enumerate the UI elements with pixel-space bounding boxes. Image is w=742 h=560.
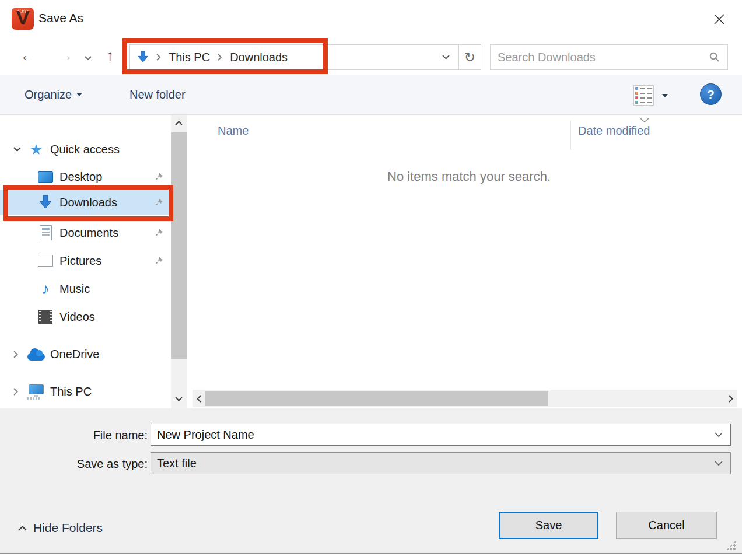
chevron-down-icon[interactable] (714, 432, 723, 438)
file-name-input[interactable] (151, 428, 714, 442)
hide-folders-label: Hide Folders (33, 521, 103, 535)
forward-button[interactable]: → (57, 48, 73, 64)
star-icon: ★ (30, 142, 43, 157)
question-mark-icon: ? (707, 88, 715, 102)
command-toolbar: Organize New folder (0, 75, 742, 115)
breadcrumb: This PC Downloads (130, 45, 433, 69)
cancel-button[interactable]: Cancel (616, 512, 717, 539)
breadcrumb-this-pc[interactable]: This PC (169, 51, 210, 64)
column-header-date-modified[interactable]: Date modified (578, 124, 650, 138)
sidebar-item-label: This PC (50, 385, 92, 398)
download-arrow-icon (38, 195, 52, 210)
save-button[interactable]: Save (499, 512, 598, 539)
app-logo-letter: V (16, 8, 30, 29)
expander-chevron-down-icon[interactable] (13, 146, 26, 152)
window-title: Save As (38, 11, 83, 25)
scrollbar-thumb[interactable] (171, 132, 187, 359)
sidebar-item-label: Quick access (50, 143, 120, 156)
file-list-pane: Name Date modified No items match your s… (192, 115, 737, 390)
address-bar: This PC Downloads ↻ (130, 44, 481, 70)
refresh-button[interactable]: ↻ (459, 45, 481, 69)
details-view-icon (634, 85, 654, 106)
close-button[interactable] (708, 8, 730, 30)
sidebar-item-this-pc[interactable]: This PC (0, 382, 170, 401)
scrollbar-thumb[interactable] (205, 391, 548, 406)
chevron-right-icon (156, 53, 162, 61)
sidebar-item-videos[interactable]: Videos (0, 307, 170, 327)
chevron-right-icon (217, 53, 223, 61)
chevron-down-icon (442, 54, 450, 60)
sidebar-item-documents[interactable]: Documents (0, 223, 170, 243)
chevron-up-icon (18, 525, 27, 531)
navigation-pane: ★ Quick access Desktop Downloads (0, 115, 170, 408)
expander-chevron-right-icon[interactable] (13, 350, 26, 359)
pin-icon (154, 198, 163, 207)
sidebar-item-label: Documents (60, 226, 118, 240)
sidebar-item-music[interactable]: ♪ Music (0, 279, 170, 299)
search-icon (709, 51, 720, 63)
close-icon (712, 12, 726, 26)
sidebar-item-label: Music (60, 282, 90, 296)
scroll-right-button[interactable] (724, 390, 737, 407)
music-note-icon: ♪ (41, 281, 50, 297)
file-name-label: File name: (58, 429, 148, 442)
sidebar-item-label: Pictures (60, 254, 102, 268)
save-as-type-select[interactable]: Text file (150, 452, 731, 474)
computer-icon (29, 384, 44, 394)
sidebar-item-label: Downloads (60, 196, 117, 209)
scroll-down-button[interactable] (171, 392, 187, 406)
column-header-name[interactable]: Name (218, 124, 249, 138)
new-folder-button[interactable]: New folder (130, 75, 186, 114)
scroll-left-button[interactable] (192, 390, 205, 407)
organize-button[interactable]: Organize (24, 75, 82, 114)
organize-label: Organize (24, 88, 72, 102)
help-button[interactable]: ? (700, 83, 722, 105)
sidebar-item-quick-access[interactable]: ★ Quick access (0, 139, 170, 159)
sidebar-scrollbar[interactable] (171, 115, 187, 408)
recent-locations-button[interactable] (84, 53, 92, 64)
file-name-field (150, 424, 731, 446)
up-button[interactable]: ↑ (106, 48, 114, 64)
change-view-button[interactable] (634, 85, 668, 106)
sidebar-item-label: Desktop (60, 170, 102, 184)
document-icon (40, 225, 52, 240)
sidebar-item-label: OneDrive (50, 348, 99, 361)
search-box (490, 44, 728, 70)
sidebar-item-downloads[interactable]: Downloads (0, 190, 170, 215)
hide-folders-button[interactable]: Hide Folders (18, 521, 103, 535)
sidebar-item-pictures[interactable]: Pictures (0, 251, 170, 271)
column-separator[interactable] (570, 121, 571, 150)
chevron-down-icon (84, 55, 92, 61)
pin-icon (154, 172, 163, 181)
new-folder-label: New folder (130, 88, 186, 102)
sidebar-item-label: Videos (60, 310, 95, 324)
sidebar-item-desktop[interactable]: Desktop (0, 167, 170, 187)
search-input[interactable] (491, 51, 709, 64)
film-icon (38, 310, 52, 324)
save-as-type-value: Text file (151, 457, 714, 470)
save-as-dialog: EXP V Save As ← → ↑ This PC Downloads (0, 0, 742, 560)
app-logo-icon: EXP V (12, 8, 34, 30)
breadcrumb-downloads[interactable]: Downloads (230, 51, 288, 64)
expander-chevron-right-icon[interactable] (13, 387, 26, 396)
pin-icon (154, 228, 163, 237)
chevron-down-icon (662, 94, 668, 97)
pin-icon (154, 256, 163, 265)
downloads-folder-icon (137, 51, 149, 64)
window-bottom-border (0, 553, 742, 554)
sidebar-item-onedrive[interactable]: OneDrive (0, 344, 170, 364)
save-controls-panel: File name: Save as type: Text file Hide … (0, 408, 742, 553)
empty-folder-message: No items match your search. (387, 169, 551, 184)
desktop-icon (38, 172, 53, 183)
save-as-type-label: Save as type: (58, 457, 148, 471)
address-dropdown-button[interactable] (433, 45, 459, 69)
back-button[interactable]: ← (20, 48, 36, 64)
scroll-up-button[interactable] (171, 116, 187, 130)
cloud-icon (27, 353, 45, 360)
horizontal-scrollbar[interactable] (192, 390, 737, 407)
resize-grip[interactable] (726, 540, 736, 551)
picture-icon (38, 255, 53, 267)
chevron-down-icon (76, 93, 82, 96)
chevron-down-icon (714, 460, 723, 466)
